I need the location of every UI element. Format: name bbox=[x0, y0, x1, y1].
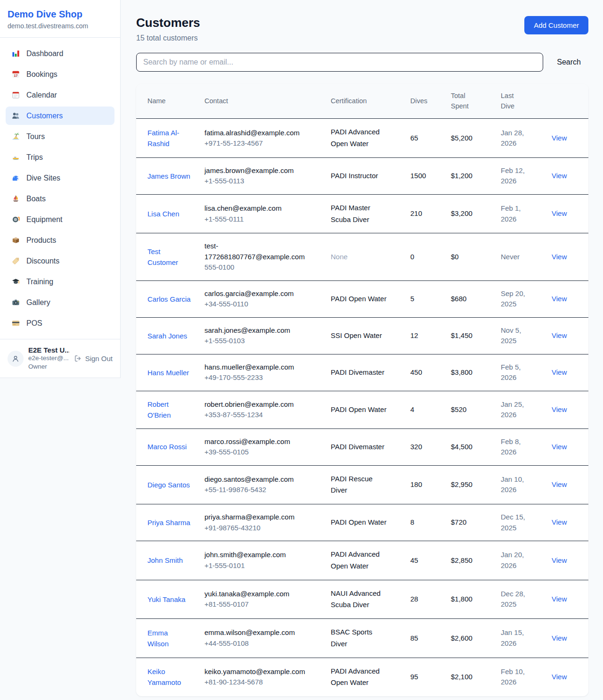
customer-total-spent: $520 bbox=[451, 391, 501, 428]
camera-icon bbox=[11, 298, 20, 307]
customer-certification: PADI Divemaster bbox=[331, 367, 388, 379]
customer-dives: 5 bbox=[410, 280, 451, 317]
customer-name-link[interactable]: Sarah Jones bbox=[147, 330, 187, 341]
customer-email: lisa.chen@example.com bbox=[204, 203, 308, 214]
customer-name-link[interactable]: John Smith bbox=[147, 555, 183, 566]
customer-phone: +81-555-0107 bbox=[204, 599, 308, 610]
customer-phone: +1-555-0101 bbox=[204, 560, 308, 571]
column-header-spent: Total Spent bbox=[451, 84, 501, 119]
column-header-view bbox=[552, 84, 588, 119]
customer-name-link[interactable]: Yuki Tanaka bbox=[147, 594, 186, 605]
customer-certification: SSI Open Water bbox=[331, 330, 388, 342]
table-row: Test Customer test-1772681807767@example… bbox=[136, 233, 588, 281]
view-link[interactable]: View bbox=[552, 634, 567, 642]
customer-name-link[interactable]: James Brown bbox=[147, 171, 190, 181]
customer-dives: 12 bbox=[410, 317, 451, 354]
column-header-dives: Dives bbox=[410, 84, 451, 119]
view-link[interactable]: View bbox=[552, 134, 567, 142]
view-link[interactable]: View bbox=[552, 595, 567, 603]
sidebar-item-calendar[interactable]: Calendar bbox=[6, 86, 114, 104]
view-link[interactable]: View bbox=[552, 405, 567, 413]
sidebar-item-discounts[interactable]: Discounts bbox=[6, 252, 114, 270]
customer-email: robert.obrien@example.com bbox=[204, 399, 308, 410]
sign-out-button[interactable]: Sign Out bbox=[74, 354, 113, 362]
search-row: Search bbox=[136, 53, 588, 72]
customer-name-link[interactable]: Diego Santos bbox=[147, 479, 190, 490]
view-link[interactable]: View bbox=[552, 331, 567, 339]
view-link[interactable]: View bbox=[552, 480, 567, 488]
customer-dives: 95 bbox=[410, 658, 451, 696]
view-link[interactable]: View bbox=[552, 443, 567, 451]
page-title: Customers bbox=[136, 16, 200, 30]
view-link[interactable]: View bbox=[552, 556, 567, 564]
customer-table-body: Fatima Al-Rashid fatima.alrashid@example… bbox=[136, 119, 588, 696]
customer-last-dive: Feb 8, 2026 bbox=[501, 436, 530, 458]
customer-certification: NAUI Advanced Scuba Diver bbox=[331, 588, 388, 611]
view-link[interactable]: View bbox=[552, 518, 567, 526]
customer-phone: +91-98765-43210 bbox=[204, 523, 308, 534]
customer-name-link[interactable]: Lisa Chen bbox=[147, 208, 179, 219]
customer-name-link[interactable]: Robert O'Brien bbox=[147, 399, 191, 421]
sidebar-item-gallery[interactable]: Gallery bbox=[6, 293, 114, 312]
sidebar-item-equipment[interactable]: Equipment bbox=[6, 210, 114, 229]
customer-dives: 210 bbox=[410, 194, 451, 233]
sidebar-item-trips[interactable]: Trips bbox=[6, 148, 114, 166]
speedboat-icon bbox=[11, 153, 20, 162]
table-row: Fatima Al-Rashid fatima.alrashid@example… bbox=[136, 119, 588, 158]
sidebar-item-customers[interactable]: Customers bbox=[6, 107, 114, 125]
customer-name-link[interactable]: Emma Wilson bbox=[147, 627, 191, 650]
customer-last-dive: Dec 15, 2025 bbox=[501, 512, 530, 533]
customer-certification: PADI Open Water bbox=[331, 293, 388, 305]
table-row: James Brown james.brown@example.com +1-5… bbox=[136, 157, 588, 194]
user-email: e2e-tester@... bbox=[28, 354, 69, 362]
sidebar-item-dive-sites[interactable]: Dive Sites bbox=[6, 169, 114, 187]
view-link[interactable]: View bbox=[552, 673, 567, 681]
view-link[interactable]: View bbox=[552, 368, 567, 376]
sidebar-item-tours[interactable]: Tours bbox=[6, 127, 114, 146]
customer-last-dive: Jan 20, 2026 bbox=[501, 550, 530, 571]
customer-phone: +81-90-1234-5678 bbox=[204, 677, 308, 688]
table-row: Diego Santos diego.santos@example.com +5… bbox=[136, 465, 588, 504]
sign-out-icon bbox=[74, 354, 82, 362]
sidebar-item-boats[interactable]: Boats bbox=[6, 189, 114, 208]
sidebar: Demo Dive Shop demo.test.divestreams.com… bbox=[0, 0, 121, 378]
app: Demo Dive Shop demo.test.divestreams.com… bbox=[0, 0, 603, 700]
table-row: Carlos Garcia carlos.garcia@example.com … bbox=[136, 280, 588, 317]
customer-total-spent: $2,950 bbox=[451, 465, 501, 504]
sidebar-item-bookings[interactable]: Bookings bbox=[6, 65, 114, 83]
customer-certification: PADI Advanced Open Water bbox=[331, 126, 388, 150]
customer-table: NameContactCertificationDivesTotal Spent… bbox=[136, 84, 588, 696]
user-name: E2E Test U... bbox=[28, 346, 69, 354]
view-link[interactable]: View bbox=[552, 209, 567, 217]
customer-name-link[interactable]: Fatima Al-Rashid bbox=[147, 127, 191, 149]
page-header: Customers 15 total customers Add Custome… bbox=[136, 16, 588, 42]
view-link[interactable]: View bbox=[552, 172, 567, 180]
customer-email: diego.santos@example.com bbox=[204, 474, 308, 485]
column-header-last: Last Dive bbox=[501, 84, 552, 119]
view-link[interactable]: View bbox=[552, 295, 567, 303]
customer-certification: PADI Open Water bbox=[331, 404, 388, 416]
add-customer-button[interactable]: Add Customer bbox=[524, 16, 588, 34]
table-row: Sarah Jones sarah.jones@example.com +1-5… bbox=[136, 317, 588, 354]
customer-email: john.smith@example.com bbox=[204, 550, 308, 560]
customer-name-link[interactable]: Marco Rossi bbox=[147, 441, 187, 452]
sidebar-item-pos[interactable]: POS bbox=[6, 314, 114, 332]
customer-dives: 45 bbox=[410, 541, 451, 580]
customer-dives: 320 bbox=[410, 428, 451, 465]
search-button[interactable]: Search bbox=[556, 56, 582, 68]
sidebar-item-products[interactable]: Products bbox=[6, 231, 114, 249]
search-input[interactable] bbox=[136, 53, 543, 72]
customer-name-link[interactable]: Test Customer bbox=[147, 246, 191, 268]
customer-name-link[interactable]: Priya Sharma bbox=[147, 517, 190, 528]
table-row: Keiko Yamamoto keiko.yamamoto@example.co… bbox=[136, 658, 588, 696]
customer-email: emma.wilson@example.com bbox=[204, 627, 308, 638]
customer-total-spent: $1,450 bbox=[451, 317, 501, 354]
sidebar-item-training[interactable]: Training bbox=[6, 272, 114, 291]
customer-name-link[interactable]: Keiko Yamamoto bbox=[147, 666, 191, 688]
customer-name-link[interactable]: Hans Mueller bbox=[147, 367, 189, 378]
customer-last-dive: Jan 10, 2026 bbox=[501, 474, 530, 495]
customer-name-link[interactable]: Carlos Garcia bbox=[147, 294, 191, 305]
view-link[interactable]: View bbox=[552, 253, 567, 261]
sidebar-item-dashboard[interactable]: Dashboard bbox=[6, 44, 114, 63]
customer-email: carlos.garcia@example.com bbox=[204, 288, 308, 299]
